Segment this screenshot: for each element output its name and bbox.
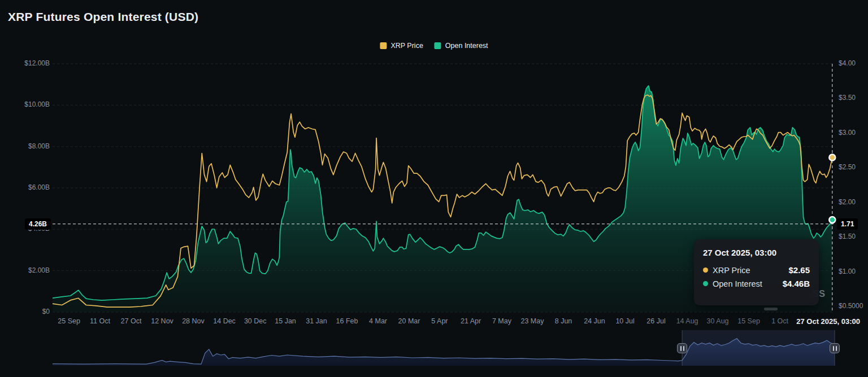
x-axis-label: 15 Sep — [737, 317, 760, 325]
x-axis-label: 28 Nov — [182, 317, 205, 325]
x-axis-label: 11 Oct — [90, 317, 110, 325]
navigator-selection — [682, 330, 835, 366]
y-axis-right-label: $1.50 — [839, 233, 856, 240]
crosshair-right-label: 1.71 — [837, 218, 858, 230]
chart-page: XRP Futures Open Interest (USD) XRP Pric… — [0, 0, 868, 377]
y-axis-right-label: $3.50 — [839, 94, 856, 102]
y-axis-right-label: $0.5000 — [839, 302, 863, 310]
x-axis-label: 15 Jan — [275, 317, 296, 325]
x-axis-label: 12 Nov — [151, 317, 173, 325]
x-axis-label: 7 May — [492, 317, 511, 325]
tooltip-row-label: XRP Price — [713, 266, 750, 275]
y-axis-left-label: $6.00B — [8, 183, 50, 191]
x-axis-label: 14 Aug — [676, 317, 698, 325]
y-axis-right-label: $2.50 — [839, 163, 856, 171]
series-dot-icon — [703, 281, 708, 286]
x-axis-label: 8 Jun — [555, 317, 572, 325]
tooltip-row: XRP Price$2.65 — [703, 265, 810, 275]
x-axis-label: 14 Dec — [213, 317, 236, 325]
y-axis-right-label: $3.00 — [839, 129, 856, 137]
y-axis-left-label: $12.00B — [8, 59, 50, 67]
x-axis-label: 25 Sep — [58, 317, 80, 325]
x-axis-label: 4 Mar — [369, 317, 387, 325]
oi-marker — [829, 217, 835, 223]
tooltip-rows: XRP Price$2.65Open Interest$4.46B — [703, 265, 810, 288]
y-axis-left-label: $0 — [8, 308, 50, 315]
crosshair-left-label: 4.26B — [25, 218, 51, 230]
x-axis-label: 30 Dec — [244, 317, 267, 325]
x-axis-label: 21 Apr — [461, 317, 481, 325]
x-axis-label: 26 Jul — [646, 317, 665, 325]
tooltip-date: 27 Oct 2025, 03:00 — [703, 248, 810, 257]
tooltip-row-label: Open Interest — [713, 279, 762, 288]
price-marker — [829, 154, 835, 160]
x-axis-label: 10 Jul — [615, 317, 634, 325]
watermark-logo-fragment — [764, 308, 778, 310]
x-axis-label: 1 Oct — [771, 317, 788, 325]
tooltip: 27 Oct 2025, 03:00 XRP Price$2.65Open In… — [694, 239, 819, 305]
x-axis-label: 31 Jan — [306, 317, 327, 325]
series-dot-icon — [703, 268, 708, 273]
tooltip-row-value: $2.65 — [788, 265, 810, 275]
y-axis-left-label: $2.00B — [8, 266, 50, 274]
x-axis-label: 27 Oct — [121, 317, 142, 325]
navigator-left-handle[interactable] — [677, 343, 687, 353]
tooltip-row: Open Interest$4.46B — [703, 279, 810, 288]
x-axis-label: 16 Feb — [336, 317, 358, 325]
tooltip-row-value: $4.46B — [783, 279, 810, 288]
x-axis-label: 30 Aug — [707, 317, 729, 325]
y-axis-right-label: $2.00 — [839, 198, 856, 206]
x-axis-label: 5 Apr — [431, 317, 448, 325]
y-axis-right-label: $4.00 — [839, 59, 856, 67]
y-axis-left-label: $8.00B — [8, 142, 50, 150]
y-axis-right-label: $1.00 — [839, 268, 856, 275]
x-axis-label: 23 May — [520, 317, 544, 325]
y-axis-left-label: $10.00B — [8, 100, 50, 108]
crosshair-date-label: 27 Oct 2025, 03:00 — [796, 317, 860, 326]
x-axis-label: 24 Jun — [584, 317, 605, 325]
navigator-right-handle[interactable] — [830, 343, 840, 353]
x-axis-label: 20 Mar — [398, 317, 420, 325]
